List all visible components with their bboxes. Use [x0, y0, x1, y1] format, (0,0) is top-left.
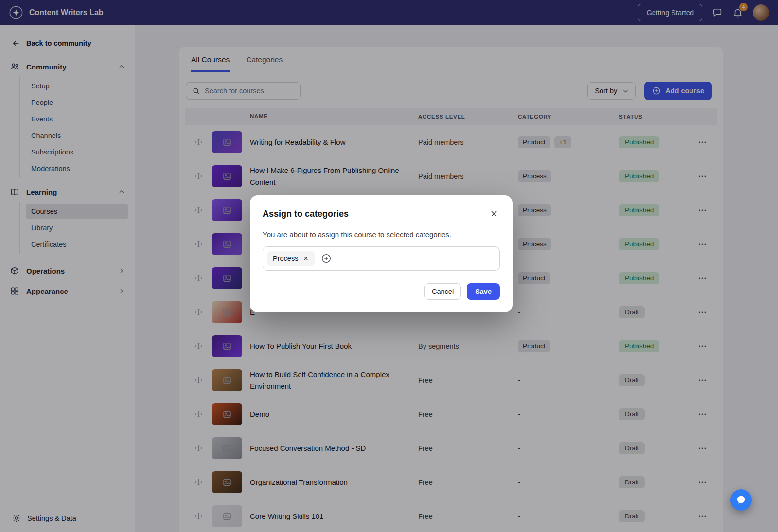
chat-launcher-button[interactable] [730, 489, 752, 511]
close-icon[interactable] [488, 208, 500, 220]
assign-categories-modal: Assign to categories You are about to as… [250, 195, 513, 312]
remove-category-icon[interactable] [302, 255, 309, 262]
chat-bubble-icon [736, 495, 746, 505]
cancel-button[interactable]: Cancel [424, 283, 461, 300]
add-category-icon[interactable] [321, 253, 332, 264]
modal-description: You are about to assign this course to s… [263, 230, 500, 239]
category-tag: Process [267, 251, 315, 266]
save-button[interactable]: Save [467, 283, 500, 300]
categories-input[interactable]: Process [263, 246, 500, 271]
modal-title: Assign to categories [263, 209, 349, 219]
category-tag-label: Process [273, 255, 298, 262]
